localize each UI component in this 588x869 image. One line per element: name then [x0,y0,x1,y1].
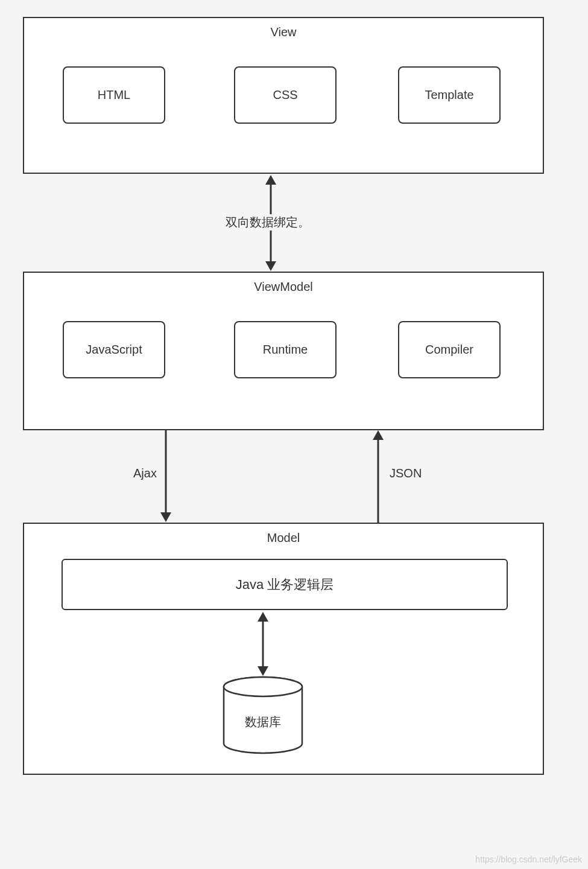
watermark: https://blog.csdn.net/lyfGeek [475,855,582,864]
svg-point-11 [224,677,302,696]
label-json: JSON [387,466,424,480]
svg-marker-6 [373,430,384,440]
model-layer: Model Java 业务逻辑层 数据库 [23,523,544,775]
svg-marker-8 [258,612,268,622]
svg-marker-9 [258,666,268,676]
database-label: 数据库 [222,714,304,730]
